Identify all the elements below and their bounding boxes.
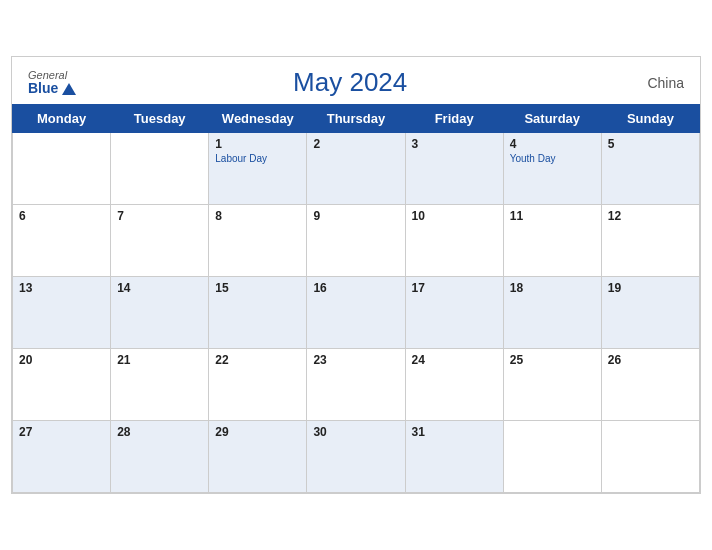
calendar-cell: 15	[209, 277, 307, 349]
day-number: 14	[117, 281, 202, 295]
holiday-label: Labour Day	[215, 153, 300, 164]
calendar-cell: 24	[405, 349, 503, 421]
day-number: 1	[215, 137, 300, 151]
day-number: 25	[510, 353, 595, 367]
calendar-week-row: 20212223242526	[13, 349, 700, 421]
day-number: 17	[412, 281, 497, 295]
calendar-header: General Blue May 2024 China	[12, 57, 700, 104]
calendar-cell: 30	[307, 421, 405, 493]
header-thursday: Thursday	[307, 105, 405, 133]
day-number: 31	[412, 425, 497, 439]
header-friday: Friday	[405, 105, 503, 133]
calendar-week-row: 2728293031	[13, 421, 700, 493]
calendar-cell: 20	[13, 349, 111, 421]
calendar-cell	[601, 421, 699, 493]
day-number: 13	[19, 281, 104, 295]
day-number: 26	[608, 353, 693, 367]
day-number: 23	[313, 353, 398, 367]
calendar-cell: 1Labour Day	[209, 133, 307, 205]
day-number: 22	[215, 353, 300, 367]
day-number: 30	[313, 425, 398, 439]
calendar-cell: 28	[111, 421, 209, 493]
day-number: 21	[117, 353, 202, 367]
calendar-cell: 27	[13, 421, 111, 493]
country-label: China	[624, 75, 684, 91]
logo-area: General Blue	[28, 69, 76, 96]
calendar-cell: 4Youth Day	[503, 133, 601, 205]
calendar-cell: 13	[13, 277, 111, 349]
calendar-cell: 23	[307, 349, 405, 421]
calendar-cell: 14	[111, 277, 209, 349]
calendar-cell: 22	[209, 349, 307, 421]
calendar-cell: 17	[405, 277, 503, 349]
calendar-cell	[111, 133, 209, 205]
header-wednesday: Wednesday	[209, 105, 307, 133]
header-monday: Monday	[13, 105, 111, 133]
day-number: 28	[117, 425, 202, 439]
day-number: 27	[19, 425, 104, 439]
day-number: 4	[510, 137, 595, 151]
day-number: 6	[19, 209, 104, 223]
calendar-cell: 16	[307, 277, 405, 349]
day-number: 29	[215, 425, 300, 439]
calendar-week-row: 13141516171819	[13, 277, 700, 349]
calendar-cell: 2	[307, 133, 405, 205]
calendar-grid: Monday Tuesday Wednesday Thursday Friday…	[12, 104, 700, 493]
day-number: 3	[412, 137, 497, 151]
day-number: 10	[412, 209, 497, 223]
day-number: 5	[608, 137, 693, 151]
day-number: 24	[412, 353, 497, 367]
day-number: 9	[313, 209, 398, 223]
logo-blue-text: Blue	[28, 81, 76, 96]
calendar-cell: 21	[111, 349, 209, 421]
day-number: 15	[215, 281, 300, 295]
day-number: 7	[117, 209, 202, 223]
logo-triangle-icon	[62, 83, 76, 95]
day-number: 20	[19, 353, 104, 367]
calendar-cell	[13, 133, 111, 205]
day-number: 8	[215, 209, 300, 223]
calendar-container: General Blue May 2024 China Monday Tuesd…	[11, 56, 701, 494]
calendar-cell: 3	[405, 133, 503, 205]
calendar-cell: 9	[307, 205, 405, 277]
header-sunday: Sunday	[601, 105, 699, 133]
day-number: 19	[608, 281, 693, 295]
calendar-cell: 6	[13, 205, 111, 277]
calendar-week-row: 6789101112	[13, 205, 700, 277]
calendar-cell: 29	[209, 421, 307, 493]
calendar-week-row: 1Labour Day234Youth Day5	[13, 133, 700, 205]
calendar-cell: 8	[209, 205, 307, 277]
holiday-label: Youth Day	[510, 153, 595, 164]
calendar-cell: 10	[405, 205, 503, 277]
calendar-cell: 25	[503, 349, 601, 421]
day-number: 11	[510, 209, 595, 223]
calendar-cell: 31	[405, 421, 503, 493]
header-tuesday: Tuesday	[111, 105, 209, 133]
day-number: 18	[510, 281, 595, 295]
weekday-header-row: Monday Tuesday Wednesday Thursday Friday…	[13, 105, 700, 133]
calendar-title: May 2024	[76, 67, 624, 98]
calendar-cell: 7	[111, 205, 209, 277]
calendar-cell: 11	[503, 205, 601, 277]
header-saturday: Saturday	[503, 105, 601, 133]
calendar-cell: 18	[503, 277, 601, 349]
calendar-cell: 12	[601, 205, 699, 277]
calendar-cell: 26	[601, 349, 699, 421]
day-number: 16	[313, 281, 398, 295]
calendar-cell: 5	[601, 133, 699, 205]
day-number: 2	[313, 137, 398, 151]
calendar-cell	[503, 421, 601, 493]
calendar-cell: 19	[601, 277, 699, 349]
day-number: 12	[608, 209, 693, 223]
